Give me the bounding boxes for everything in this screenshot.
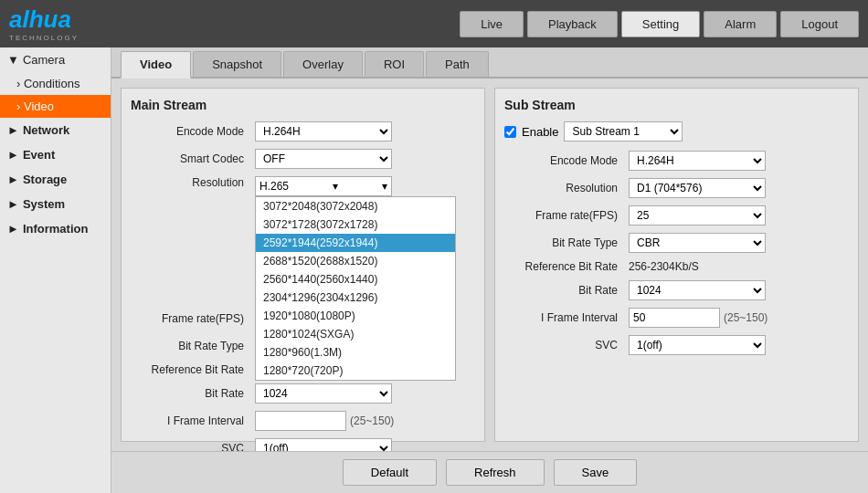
sub-ref-bitrate-row: Reference Bit Rate 256-2304Kb/S [504, 260, 849, 273]
main-stream-box: Main Stream Encode Mode H.264H H.264 H.2… [121, 88, 485, 442]
main-bitrate-select[interactable]: 102420484096 [255, 383, 392, 404]
main-encode-mode-select[interactable]: H.264H H.264 H.265 [255, 121, 392, 142]
content-area: Video Snapshot Overlay ROI Path Main Str… [111, 47, 868, 493]
main-svc-select[interactable]: 1(off)23 [255, 438, 392, 451]
sub-bitrate-type-label: Bit Rate Type [504, 236, 623, 249]
settings-panel: Main Stream Encode Mode H.264H H.264 H.2… [111, 79, 868, 451]
main-svc-control: 1(off)23 [255, 438, 392, 451]
refresh-button[interactable]: Refresh [446, 459, 545, 486]
sub-encode-mode-select[interactable]: H.264HH.264H.265 [629, 151, 766, 171]
sub-resolution-select[interactable]: D1 (704*576) CIF (352*288) 720P (1280*72… [629, 178, 766, 198]
resolution-option-7[interactable]: 1920*1080(1080P) [256, 307, 455, 325]
main-iframe-label: I Frame Interval [131, 414, 249, 427]
nav-alarm[interactable]: Alarm [704, 11, 777, 37]
resolution-option-5[interactable]: 2560*1440(2560x1440) [256, 270, 455, 288]
sub-svc-label: SVC [504, 339, 623, 351]
resolution-option-4[interactable]: 2688*1520(2688x1520) [256, 252, 455, 270]
arrow-icon-info: ► [7, 222, 19, 236]
sub-framerate-row: Frame rate(FPS) 252015 [504, 205, 849, 226]
arrow-icon-network: ► [7, 123, 19, 137]
nav-live[interactable]: Live [460, 11, 524, 37]
main-resolution-control: H.265 ▾ 3072*2048(3072x2048) 3072*1728(3… [255, 176, 392, 196]
resolution-option-1[interactable]: 3072*2048(3072x2048) [256, 197, 455, 215]
resolution-option-6[interactable]: 2304*1296(2304x1296) [256, 288, 455, 307]
sub-stream-select[interactable]: Sub Stream 1 Sub Stream 2 [564, 121, 683, 142]
resolution-option-9[interactable]: 1280*960(1.3M) [256, 343, 455, 362]
main-smart-codec-row: Smart Codec OFF ON [131, 149, 475, 169]
arrow-icon-video: › [16, 100, 20, 113]
tab-path[interactable]: Path [426, 51, 489, 77]
main-resolution-input[interactable]: H.265 ▾ [255, 176, 392, 196]
nav-playback[interactable]: Playback [527, 11, 618, 37]
sidebar-event[interactable]: ► Event [0, 142, 111, 167]
tab-overlay[interactable]: Overlay [283, 51, 363, 77]
logo: alhua TECHNOLOGY [9, 5, 79, 42]
main-resolution-dropdown[interactable]: 3072*2048(3072x2048) 3072*1728(3072x1728… [255, 196, 456, 381]
tab-bar: Video Snapshot Overlay ROI Path [111, 47, 868, 79]
main-smart-codec-select[interactable]: OFF ON [255, 149, 392, 169]
main-stream-title: Main Stream [131, 98, 475, 112]
sub-iframe-row: I Frame Interval (25~150) [504, 308, 849, 328]
main-iframe-range: (25~150) [350, 414, 394, 427]
sub-iframe-control: (25~150) [629, 308, 767, 328]
main-svc-row: SVC 1(off)23 [131, 438, 475, 451]
sub-iframe-label: I Frame Interval [504, 311, 623, 324]
sub-resolution-row: Resolution D1 (704*576) CIF (352*288) 72… [504, 178, 849, 198]
sub-enable-row: Enable Sub Stream 1 Sub Stream 2 [504, 121, 849, 142]
sub-ref-bitrate-label: Reference Bit Rate [504, 260, 623, 273]
resolution-option-10[interactable]: 1280*720(720P) [256, 362, 455, 380]
main-resolution-row: Resolution H.265 ▾ 3072*2048(3072x2048) … [131, 176, 475, 196]
sidebar-system[interactable]: ► System [0, 192, 111, 216]
sub-enable-label: Enable [522, 125, 558, 139]
sub-encode-mode-label: Encode Mode [504, 154, 623, 167]
save-button[interactable]: Save [554, 459, 638, 486]
sub-iframe-range: (25~150) [724, 311, 767, 324]
resolution-option-8[interactable]: 1280*1024(SXGA) [256, 325, 455, 343]
sub-svc-select[interactable]: 1(off)23 [629, 335, 766, 355]
sidebar: ▼ Camera › Conditions › Video ► Network … [0, 47, 111, 493]
main-bitrate-row: Bit Rate 102420484096 [131, 383, 475, 404]
nav-buttons: Live Playback Setting Alarm Logout [460, 11, 859, 37]
sub-bitrate-type-row: Bit Rate Type CBRVBR [504, 233, 849, 253]
sub-framerate-control: 252015 [629, 205, 766, 226]
arrow-icon-storage: ► [7, 173, 19, 186]
default-button[interactable]: Default [343, 459, 437, 486]
main-encode-mode-label: Encode Mode [131, 125, 249, 138]
sub-framerate-label: Frame rate(FPS) [504, 209, 623, 222]
sub-ref-bitrate-value: 256-2304Kb/S [629, 260, 699, 273]
main-iframe-row: I Frame Interval (25~150) [131, 411, 475, 431]
main-framerate-label: Frame rate(FPS) [131, 312, 249, 325]
chevron-down-icon: ▼ [7, 53, 19, 67]
sidebar-storage[interactable]: ► Storage [0, 167, 111, 192]
sidebar-item-video[interactable]: › Video [0, 95, 111, 118]
sub-bitrate-type-control: CBRVBR [629, 233, 766, 253]
main-resolution-value: H.265 [259, 180, 289, 193]
nav-logout[interactable]: Logout [780, 11, 859, 37]
logo-sub: TECHNOLOGY [9, 34, 79, 42]
nav-setting[interactable]: Setting [621, 11, 700, 37]
main-layout: ▼ Camera › Conditions › Video ► Network … [0, 47, 868, 493]
resolution-option-2[interactable]: 3072*1728(3072x1728) [256, 215, 455, 234]
sub-enable-checkbox[interactable] [504, 126, 516, 138]
sub-framerate-select[interactable]: 252015 [629, 205, 766, 226]
sub-bitrate-control: 1024512256 [629, 280, 766, 300]
main-resolution-label: Resolution [131, 176, 249, 189]
sidebar-information[interactable]: ► Information [0, 216, 111, 241]
sub-resolution-label: Resolution [504, 182, 623, 194]
sub-svc-row: SVC 1(off)23 [504, 335, 849, 355]
tab-snapshot[interactable]: Snapshot [193, 51, 281, 77]
sub-iframe-input[interactable] [629, 308, 720, 328]
tab-roi[interactable]: ROI [365, 51, 424, 77]
arrow-icon-system: ► [7, 197, 19, 211]
main-iframe-input[interactable] [255, 411, 346, 431]
sub-bitrate-select[interactable]: 1024512256 [629, 280, 766, 300]
sidebar-item-conditions[interactable]: › Conditions [0, 72, 111, 95]
sidebar-camera[interactable]: ▼ Camera [0, 47, 111, 72]
main-smart-codec-label: Smart Codec [131, 152, 249, 165]
sub-bitrate-type-select[interactable]: CBRVBR [629, 233, 766, 253]
sidebar-network[interactable]: ► Network [0, 118, 111, 142]
sub-encode-mode-row: Encode Mode H.264HH.264H.265 [504, 151, 849, 171]
main-smart-codec-control: OFF ON [255, 149, 392, 169]
resolution-option-3[interactable]: 2592*1944(2592x1944) [256, 234, 455, 252]
tab-video[interactable]: Video [121, 51, 191, 79]
